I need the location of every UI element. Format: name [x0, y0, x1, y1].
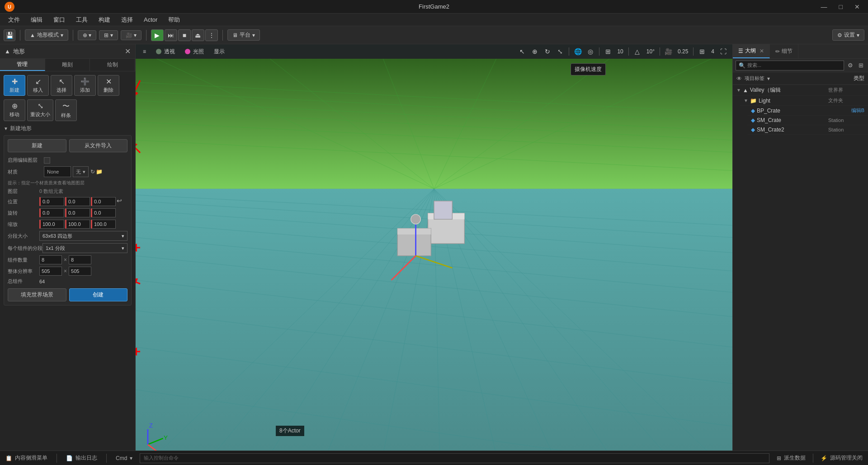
status-separator3 [813, 454, 813, 463]
tool-resize[interactable]: ⤡ 重设大小 [27, 99, 53, 121]
landscape-mode-dropdown[interactable]: ▲ 地形模式 ▾ [25, 29, 68, 41]
camera-speed-button[interactable]: 🎥 [663, 46, 674, 57]
settings-icon[interactable]: ⚙ [846, 61, 855, 70]
cmd-dropdown[interactable]: Cmd ▾ [116, 455, 132, 461]
menu-window[interactable]: 窗口 [49, 14, 70, 25]
menu-help[interactable]: 帮助 [164, 14, 184, 25]
tree-item-sm-crate2[interactable]: ◆ SM_Crate2 Station [747, 125, 868, 135]
stop-button[interactable]: ■ [178, 29, 191, 41]
scale-y-input[interactable]: 100.0 [65, 220, 90, 229]
world-button[interactable]: 🌐 [572, 46, 583, 57]
search-input[interactable]: 搜索... [747, 62, 841, 69]
section-size-select[interactable]: 63x63 四边形 ▾ [39, 231, 127, 241]
new-terrain-button[interactable]: 新建 [8, 139, 66, 152]
tool-delete[interactable]: ✕ 删除 [98, 75, 119, 96]
close-button[interactable]: ✕ [851, 2, 863, 11]
components-y-input[interactable]: 8 [69, 255, 91, 264]
content-side-menu-button[interactable]: 📋 内容侧滑菜单 [5, 454, 47, 462]
perspective-button[interactable]: 透视 [152, 47, 179, 57]
tree-arrow-icon: ▼ [736, 88, 741, 93]
tool-spline[interactable]: 〜 样条 [55, 99, 77, 121]
maximize-viewport-button[interactable]: ⛶ [718, 46, 729, 57]
tree-item-sm-crate[interactable]: ◆ SM_Crate Station [747, 116, 868, 125]
minimize-button[interactable]: — [817, 2, 831, 11]
settings-button[interactable]: ⚙ 设置 ▾ [832, 29, 864, 41]
spawn-data-button[interactable]: ⊞ 派生数据 [777, 454, 806, 463]
translate-button[interactable]: ⊕ [529, 46, 540, 57]
tab-sculpt[interactable]: 雕刻 [45, 59, 90, 71]
play-options-button[interactable]: ⋮ [205, 29, 218, 41]
bp-crate-icon: ◆ [751, 108, 755, 114]
material-browse-icon[interactable]: 📁 [96, 169, 103, 175]
viewport-count-button[interactable]: ⊞ [697, 46, 708, 57]
tree-item-valley[interactable]: ▼ ▲ Valley（编辑 世界界 [733, 85, 868, 96]
tool-new[interactable]: ✚ 新建 [4, 75, 25, 96]
position-y-input[interactable]: 0.0 [65, 197, 90, 206]
rotate-button[interactable]: ↻ [542, 46, 553, 57]
angle-button[interactable]: △ [632, 46, 643, 57]
play-button[interactable]: ▶ [151, 29, 164, 41]
fill-world-button[interactable]: 填充世界场景 [8, 288, 66, 301]
lighting-button[interactable]: 光照 [181, 47, 208, 57]
tab-paint[interactable]: 绘制 [90, 59, 135, 71]
tab-outline[interactable]: ☰ 大纲 ✕ [733, 44, 770, 58]
local-button[interactable]: ◎ [585, 46, 596, 57]
left-panel-close-button[interactable]: ✕ [125, 47, 131, 56]
overall-res-x-input[interactable]: 505 [39, 267, 62, 276]
source-mgr-button[interactable]: ⚡ 源码管理关闭 [821, 454, 863, 463]
menu-select[interactable]: 选择 [117, 14, 137, 25]
components-x-input[interactable]: 8 [39, 255, 62, 264]
times-symbol2: × [64, 268, 67, 274]
scale-x-input[interactable]: 100.0 [39, 220, 64, 229]
save-button[interactable]: 💾 [4, 29, 15, 41]
tool-move[interactable]: ⊕ 移动 [4, 99, 25, 121]
position-z-input[interactable]: 0.0 [91, 197, 116, 206]
tool-select[interactable]: ↖ 选择 [51, 75, 72, 96]
tab-details[interactable]: ✏ 细节 [770, 44, 798, 58]
overall-res-y-input[interactable]: 505 [69, 267, 91, 276]
hamburger-icon: ≡ [143, 48, 146, 55]
material-refresh-icon[interactable]: ↻ [90, 169, 95, 175]
ue-logo[interactable]: U [5, 2, 14, 12]
sections-per-select[interactable]: 1x1 分段 ▾ [42, 243, 127, 253]
console-input[interactable]: 输入控制台命令 [140, 453, 769, 463]
filter-icon[interactable]: ⊞ [857, 61, 865, 70]
svg-rect-0 [136, 59, 732, 189]
show-button[interactable]: 显示 [210, 47, 228, 57]
tree-item-bp-crate[interactable]: ◆ BP_Crate 编辑B [747, 106, 868, 116]
menu-tools[interactable]: 工具 [71, 14, 92, 25]
enable-edit-layer-checkbox[interactable] [44, 157, 50, 164]
visibility-icon[interactable]: 👁 [736, 75, 742, 82]
platform-button[interactable]: 🖥 平台 ▾ [227, 29, 260, 41]
menu-build[interactable]: 构建 [94, 14, 115, 25]
outline-tab-close[interactable]: ✕ [760, 48, 764, 54]
tab-manage[interactable]: 管理 [0, 59, 45, 71]
tool-move-in[interactable]: ↙ 移入 [27, 75, 49, 96]
menu-actor[interactable]: Actor [139, 15, 162, 24]
viewport-menu-button[interactable]: ≡ [139, 47, 150, 56]
toolbar-separator [20, 30, 20, 41]
reset-position-icon[interactable]: ↩ [117, 197, 122, 206]
maximize-button[interactable]: □ [835, 2, 846, 11]
scale-z-input[interactable]: 100.0 [91, 220, 116, 229]
create-button[interactable]: 创建 [69, 288, 128, 301]
menu-file[interactable]: 文件 [4, 14, 24, 25]
tool-add[interactable]: ➕ 添加 [74, 75, 96, 96]
scale-button[interactable]: ⤡ [555, 46, 566, 57]
grid-button[interactable]: ⊞ [603, 46, 613, 57]
select-mode-button[interactable]: ↖ [517, 46, 528, 57]
import-file-button[interactable]: 从文件导入 [69, 139, 128, 152]
svg-text:Y: Y [164, 434, 168, 441]
tree-item-light[interactable]: ▼ 📁 Light 文件夹 [740, 96, 868, 106]
new-terrain-section-header[interactable]: ▼ 新建地形 [4, 125, 132, 132]
tree-expand-icon: ▼ [744, 98, 748, 103]
step-button[interactable]: ⏭ [165, 29, 177, 41]
rotation-x-input[interactable]: 0.0 [39, 208, 64, 217]
rotation-z-input[interactable]: 0.0 [91, 208, 116, 217]
output-log-button[interactable]: 📄 输出日志 [66, 454, 97, 462]
menu-edit[interactable]: 编辑 [26, 14, 47, 25]
rotation-y-input[interactable]: 0.0 [65, 208, 90, 217]
material-select[interactable]: 无 ▾ [73, 166, 89, 177]
eject-button[interactable]: ⏏ [192, 29, 204, 41]
position-x-input[interactable]: 0.0 [39, 197, 64, 206]
